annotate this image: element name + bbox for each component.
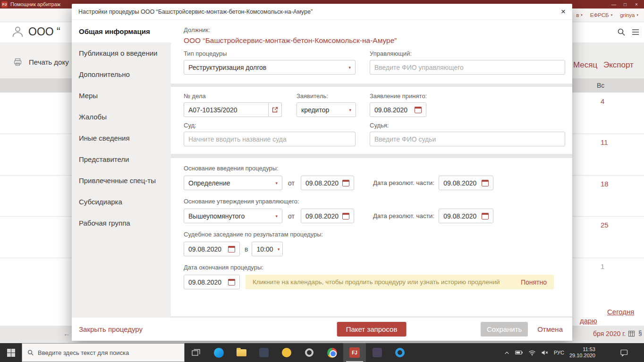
- hint-ok-link[interactable]: Понятно: [514, 278, 547, 286]
- today-link[interactable]: Сегодня: [607, 308, 635, 316]
- clock[interactable]: 11:53 29.10.2020: [569, 346, 595, 359]
- calendar-icon[interactable]: [415, 107, 422, 113]
- hearing-date-picker[interactable]: 09.08.2020: [184, 242, 240, 256]
- calendar-icon[interactable]: [342, 213, 349, 219]
- calendar-export-link[interactable]: Экспорт: [603, 60, 634, 70]
- calendar-day-cell[interactable]: 11: [601, 138, 608, 146]
- system-tray: РУС 11:53 29.10.2020: [504, 343, 644, 362]
- taskbar-search-input[interactable]: [38, 349, 179, 356]
- tab-representatives[interactable]: Представители: [72, 149, 171, 170]
- intro-basis-date-picker[interactable]: 09.08.2020: [301, 176, 354, 190]
- tab-complaints[interactable]: Жалобы: [72, 106, 171, 127]
- calendar-link-tail[interactable]: дарю: [580, 317, 597, 325]
- hearing-time-select[interactable]: 10:00 ▾: [252, 242, 283, 256]
- intro-resolution-date-picker[interactable]: 09.08.2020: [439, 176, 493, 190]
- applicant-select[interactable]: кредитор ▾: [297, 102, 356, 117]
- calendar-day-cell[interactable]: 25: [601, 221, 609, 229]
- accepted-date-picker[interactable]: 09.08.2020: [370, 102, 426, 117]
- calendar-day-cell[interactable]: 18: [601, 180, 609, 188]
- calendar-icon[interactable]: [482, 180, 489, 186]
- procedure-type-select[interactable]: Реструктуризация долгов ▾: [184, 60, 356, 75]
- wifi-icon[interactable]: [528, 349, 536, 356]
- chevron-down-icon: ▾: [581, 13, 583, 17]
- calendar-icon[interactable]: [482, 213, 489, 219]
- calendar-icon[interactable]: [228, 246, 235, 253]
- at-label: в: [245, 245, 248, 253]
- tab-measures[interactable]: Меры: [72, 85, 171, 106]
- search-icon: [27, 349, 34, 356]
- calendar-view-month[interactable]: Месяц: [573, 60, 597, 70]
- taskbar-app-8[interactable]: [366, 343, 389, 362]
- debtor-name-link[interactable]: ООО “Башстройсервис-монтаж-бетон-Комсомо…: [184, 36, 565, 45]
- mini-calendar-icon[interactable]: [628, 330, 635, 337]
- calendar-day-cell-muted[interactable]: 1: [601, 262, 604, 270]
- app-icon: [373, 348, 382, 357]
- court-label: Суд:: [184, 122, 356, 129]
- tab-general-info[interactable]: Общая информация: [72, 20, 171, 42]
- court-input[interactable]: [184, 132, 356, 146]
- taskbar-app-3[interactable]: [253, 343, 275, 362]
- calendar-icon[interactable]: [342, 180, 349, 186]
- app-icon: [259, 348, 269, 357]
- maximize-button[interactable]: □: [619, 2, 631, 7]
- taskbar-app-9[interactable]: [389, 343, 411, 362]
- chevron-down-icon: ▾: [636, 13, 638, 17]
- sidebar-item-print[interactable]: Печать доку: [0, 50, 72, 74]
- battery-icon[interactable]: [515, 349, 523, 356]
- approve-resolution-date-picker[interactable]: 09.08.2020: [439, 209, 493, 223]
- tab-publication[interactable]: Публикация о введении: [72, 42, 171, 64]
- save-button[interactable]: Сохранить: [481, 322, 528, 337]
- debtor-label: Должник:: [184, 26, 565, 34]
- intro-basis-label: Основание введения процедуры:: [184, 165, 565, 172]
- account-dropdown-efrsb[interactable]: ЕФРСБ ▾: [590, 12, 612, 18]
- menu-icon[interactable]: [632, 29, 639, 35]
- minimize-button[interactable]: —: [608, 2, 619, 7]
- window-title: Помощник арбитраж: [10, 1, 60, 7]
- chevron-down-icon: ▾: [275, 181, 278, 185]
- calendar-icon[interactable]: [228, 279, 235, 286]
- cancel-link[interactable]: Отмена: [537, 325, 563, 333]
- account-dropdown-user[interactable]: grinya ▾: [620, 12, 638, 18]
- paragraph-icon[interactable]: §: [638, 329, 642, 337]
- intro-resolution-label: Дата резолют. части:: [373, 179, 434, 186]
- end-date-picker[interactable]: 09.08.2020: [184, 275, 240, 289]
- approve-resolution-label: Дата резолют. части:: [373, 212, 434, 219]
- modal-close-button[interactable]: ×: [561, 8, 566, 16]
- taskbar-app-edge[interactable]: [207, 343, 230, 362]
- end-date-label: Дата окончания процедуры:: [184, 264, 565, 271]
- tab-subsidiary[interactable]: Субсидиарка: [72, 191, 171, 212]
- account-dropdown-1[interactable]: в ▾: [576, 12, 583, 18]
- taskbar-app-explorer[interactable]: [230, 343, 253, 362]
- taskbar-app-4[interactable]: [275, 343, 298, 362]
- open-case-external-button[interactable]: [269, 102, 282, 117]
- requests-package-button[interactable]: Пакет запросов: [337, 322, 407, 337]
- language-indicator[interactable]: РУС: [554, 350, 564, 355]
- taskbar-app-settings[interactable]: [298, 343, 321, 362]
- tray-expand-icon[interactable]: [504, 350, 510, 356]
- tab-additional[interactable]: Дополнительно: [72, 64, 171, 85]
- judge-input[interactable]: [370, 132, 565, 146]
- close-procedure-link[interactable]: Закрыть процедуру: [79, 325, 143, 333]
- tab-specialists[interactable]: Привлеченные спец-ты: [72, 170, 171, 191]
- tab-working-group[interactable]: Рабочая группа: [72, 212, 171, 234]
- clock-date: 29.10.2020: [569, 353, 595, 359]
- manager-input[interactable]: [370, 60, 565, 75]
- volume-muted-icon[interactable]: [541, 349, 549, 356]
- hearing-label: Судебное заседание по результатам процед…: [184, 231, 565, 238]
- approve-basis-select[interactable]: Вышеупомянутого ▾: [184, 209, 282, 223]
- search-icon[interactable]: [617, 28, 626, 36]
- window-close-button[interactable]: ×: [631, 2, 642, 7]
- start-button[interactable]: [0, 343, 22, 362]
- approve-basis-date-picker[interactable]: 09.08.2020: [301, 209, 354, 223]
- intro-basis-select[interactable]: Определение ▾: [184, 176, 282, 190]
- case-number-input[interactable]: [184, 102, 269, 117]
- taskbar-search[interactable]: [22, 343, 185, 362]
- action-center-button[interactable]: [620, 349, 628, 356]
- taskbar-app-chrome[interactable]: [321, 343, 343, 362]
- tab-other-info[interactable]: Иные сведения: [72, 127, 171, 149]
- task-view-button[interactable]: [185, 343, 207, 362]
- chevron-down-icon: ▾: [278, 247, 280, 252]
- taskbar-app-fj-active[interactable]: FJ: [343, 343, 366, 362]
- notification-icon: [620, 349, 628, 356]
- calendar-day-cell[interactable]: 4: [601, 97, 604, 105]
